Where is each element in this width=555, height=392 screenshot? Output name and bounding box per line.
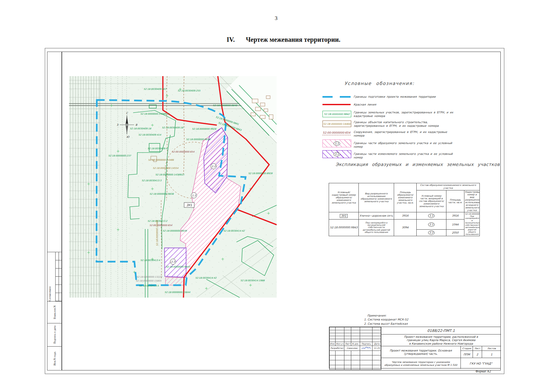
cadastral-label: 52:18:0030409:18	[162, 126, 183, 129]
notes-title: Примечания:	[367, 314, 408, 318]
legend-item-text: Красная линия	[354, 103, 458, 106]
developer-role: Разработал	[330, 346, 344, 351]
source-parcel-use: Под находящейся в муниципальной собствен…	[465, 215, 480, 235]
source-parcel-cell: 52:18:0000000:9843 Под находящейся в мун…	[464, 212, 480, 236]
survey-map-svg: 52:18:0030409:40752:18:0030409:25552:18:…	[69, 76, 277, 298]
red-line-symbol	[322, 104, 351, 105]
row2-part1: 2.1	[417, 220, 446, 229]
section-number: IV.	[227, 36, 235, 43]
strip-section-vzam: Взам.инв.N	[47, 302, 62, 323]
header-group: Состав образуемого/изменяемого земельног…	[417, 183, 480, 190]
stage-value: ППМ	[460, 351, 473, 358]
part-badge-number: 2.2	[212, 165, 216, 168]
row2-area: 3094	[394, 220, 417, 236]
organization-cell: ГКУ НО "ГУАД"	[460, 358, 501, 369]
parcel-number-sample: 52:18:0000000:9842	[324, 113, 350, 116]
cadastral-label: 52:18:0030414:42	[195, 277, 217, 279]
strip-label: Подпись и дата	[53, 326, 56, 344]
strip-empty-cell	[47, 52, 62, 252]
cadastral-label: 52:18:0030409:18	[130, 127, 151, 130]
signature-icon	[361, 346, 372, 350]
document-page: 3 IV.Чертеж межевания территории. Соглас…	[0, 0, 555, 392]
cadastral-label: 52:18:0030413:5	[139, 285, 159, 287]
note-line: 2. Система высот Балтийская	[364, 322, 408, 326]
doc-number-cell: 0188/22-ПМТ.1	[381, 327, 501, 335]
col-podpis: Подпись	[360, 342, 373, 346]
oks-number-sample: 52:18:0000000:14466	[323, 122, 351, 125]
structure-number-symbol: 52:00:0000000:654	[322, 130, 351, 135]
project-line: в Канавинском районе Нижнего Новгорода	[409, 342, 473, 346]
cadastral-label: 52:18:0000000:9843	[166, 266, 190, 268]
notes: Примечания: 1. Система координат МСК-52 …	[364, 314, 408, 326]
strip-label: Инв.N подл.	[53, 351, 56, 366]
section-title-text: Чертеж межевания территории.	[246, 36, 340, 43]
legend-item-text: Сооружения, зарегистрированные в ЕГРН, и…	[354, 130, 458, 138]
part-badge: 1.1	[428, 214, 435, 218]
part-title-cell: Проект межевания территории. Основная (у…	[381, 346, 460, 358]
project-line: границах улиц Карла Маркса, Сергея Акимо…	[407, 338, 475, 342]
part-badge: 2.2	[428, 231, 435, 235]
cadastral-label: 52:18:0000000:14466	[148, 159, 174, 161]
part-badge: 2.1	[428, 222, 435, 227]
row2-part1-area: 1044	[446, 220, 464, 229]
cadastral-label: 52:18:0000000:9928	[192, 128, 216, 130]
part-badge: 1.1	[334, 141, 340, 146]
row2-part2-area: 2050	[446, 229, 464, 236]
cadastral-label: 52:18:0000000:15805	[136, 280, 162, 282]
part-badge-number: 2.1	[171, 260, 175, 263]
cadastral-label: 52:18:0030413:3	[142, 179, 162, 182]
survey-map: 52:18:0030409:40752:18:0030409:25552:18:…	[69, 76, 277, 298]
strip-section-inv: Инв.N подл.	[47, 347, 62, 370]
developer-date: 11.25	[373, 346, 381, 351]
cadastral-label: 52:18:0000000:14469	[156, 220, 159, 246]
purple-hatch-symbol: 2.1	[322, 150, 351, 158]
cadastral-label: 52:18:0000000:14554	[153, 167, 179, 170]
legend-item-text: Границы подготовки проекта межевания тер…	[354, 95, 458, 99]
project-line: Проект межевания территории, расположенн…	[404, 335, 478, 339]
legend-title: Условные обозначения:	[344, 81, 414, 86]
format-label: Формат А2	[476, 370, 491, 373]
drawing-sheet: Согласовано Взам.инв.N Подпись и дата Ин…	[45, 48, 504, 374]
left-attribute-strip: Согласовано Взам.инв.N Подпись и дата Ин…	[47, 52, 62, 370]
green-parcel-symbol: 52:18:0000000:9842	[322, 111, 351, 117]
row1-part: 1.1	[417, 212, 446, 220]
sheet-title-cell: Чертеж межевания территории с указанием …	[381, 358, 460, 369]
header-part-area: Площадь части, кв.м.	[446, 190, 464, 212]
cadastral-label: 52:18:0030413:4	[140, 259, 160, 262]
developer-name: Савинова	[344, 346, 360, 351]
header-id: Условный/ кадастровый номер образуемого/…	[329, 183, 359, 212]
cadastral-label: 52:18:0030409:407	[144, 88, 167, 90]
cadastral-label: 52:18:0000000:15644	[165, 291, 190, 294]
zu1-label: ЗУ1	[184, 203, 194, 207]
row1-id: ЗУ1	[329, 212, 359, 220]
cadastral-label: 52:00:0000000:654	[149, 224, 172, 227]
blue-dash-symbol	[322, 96, 351, 98]
note-line: 1. Система координат МСК-52	[364, 318, 408, 321]
sheet-header: Лист	[473, 346, 482, 351]
col-data: Дата	[373, 342, 381, 346]
section-title: IV.Чертеж межевания территории.	[227, 36, 340, 43]
cadastral-label: 52:18:0030414:1988	[240, 279, 265, 282]
cadastral-label: 52:18:0030414:42	[223, 230, 245, 232]
cadastral-label: 52:18:0000000:14389(1)	[140, 113, 169, 115]
legend-item-text: Границы части образуемого земельного уча…	[354, 141, 458, 149]
row1-area: 3916	[394, 212, 417, 220]
svg-text:В: В	[135, 123, 137, 126]
strip-section-agreed: Согласовано	[47, 252, 62, 302]
zu1-box: ЗУ1	[340, 214, 348, 218]
title-block: Изм. Кол.уч Лист N док. Подпись Дата Раз…	[329, 327, 501, 368]
cadastral-label: 52:18:0000000:9838	[149, 193, 174, 195]
row2-part2: 2.2	[417, 229, 446, 236]
legend-item-text: Границы части изменяемого земельного уча…	[354, 152, 458, 159]
explication-title: Экспликация образуемых и изменяемых земе…	[336, 162, 500, 167]
header-part-num: Условный номер части, входящей в состав …	[417, 190, 446, 212]
cadastral-label: 52:18:0000000:237	[108, 155, 131, 157]
header-use: Вид разрешенного использования образуемо…	[359, 183, 394, 212]
cadastral-label: 52:18:0000000:9838	[186, 138, 210, 141]
svg-text:З: З	[116, 123, 118, 126]
stage-header: Стадия	[460, 346, 473, 351]
col-koluch: Кол.уч	[336, 342, 344, 346]
header-source: Кадастровый номер и вид разрешенного исп…	[464, 190, 480, 212]
strip-label: Согласовано	[48, 252, 51, 301]
page-number: 3	[275, 15, 278, 22]
